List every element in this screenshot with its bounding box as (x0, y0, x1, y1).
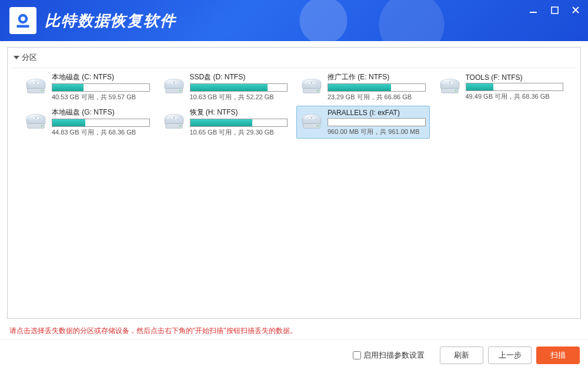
drive-usage-fill (328, 84, 391, 91)
disk-icon (300, 113, 323, 130)
drive-icon-wrap (300, 113, 323, 131)
drive-usage-fill (52, 84, 83, 91)
svg-point-44 (311, 117, 312, 119)
drive-name: 推广工作 (E: NTFS) (328, 72, 426, 82)
app-window: 比特数据恢复软件 分区 本地磁盘 (C: NTFS) (0, 0, 588, 370)
svg-point-10 (41, 90, 42, 91)
drive-usage-fill (466, 83, 493, 90)
svg-point-28 (455, 90, 456, 91)
scan-button[interactable]: 扫描 (536, 347, 580, 364)
drive-item[interactable]: PARALLELS (I: exFAT) 960.00 MB 可用，共 961.… (296, 106, 430, 139)
drive-info: 恢复 (H: NTFS) 10.65 GB 可用，共 29.30 GB (190, 107, 288, 137)
disk-icon (439, 78, 461, 95)
drive-info: 本地磁盘 (C: NTFS) 40.53 GB 可用，共 59.57 GB (52, 72, 150, 102)
drive-usage-bar (190, 83, 288, 92)
drive-info: 本地磁盘 (G: NTFS) 44.83 GB 可用，共 68.36 GB (52, 107, 150, 137)
drive-item[interactable]: 推广工作 (E: NTFS) 23.29 GB 可用，共 66.86 GB (296, 70, 430, 103)
drive-icon-wrap (25, 113, 47, 131)
drive-usage-bar (328, 83, 426, 92)
disk-icon (25, 113, 47, 130)
drive-status: 40.53 GB 可用，共 59.57 GB (52, 93, 150, 102)
prev-button[interactable]: 上一步 (488, 347, 532, 364)
svg-point-40 (179, 125, 181, 126)
drive-status: 49.49 GB 可用，共 68.36 GB (466, 92, 564, 101)
minimize-button[interactable] (527, 4, 540, 16)
close-button[interactable] (569, 4, 582, 16)
drive-status: 10.65 GB 可用，共 29.30 GB (190, 128, 288, 137)
drive-status: 44.83 GB 可用，共 68.36 GB (52, 128, 150, 137)
drive-usage-bar (328, 118, 426, 126)
drive-name: SSD盘 (D: NTFS) (190, 72, 288, 82)
section-header[interactable]: 分区 (8, 48, 580, 68)
svg-point-26 (449, 82, 450, 83)
drive-name: TOOLS (F: NTFS) (466, 73, 564, 82)
drive-info: SSD盘 (D: NTFS) 10.63 GB 可用，共 52.22 GB (190, 72, 288, 102)
drive-info: TOOLS (F: NTFS) 49.49 GB 可用，共 68.36 GB (466, 73, 564, 101)
camera-icon (14, 12, 32, 29)
svg-point-22 (317, 90, 318, 91)
drive-usage-bar (52, 83, 150, 92)
drive-usage-bar (52, 119, 150, 127)
app-logo (9, 7, 36, 34)
section-label: 分区 (22, 52, 37, 63)
drive-status: 23.29 GB 可用，共 66.86 GB (328, 93, 426, 102)
svg-rect-3 (530, 12, 537, 13)
drive-item[interactable]: 本地磁盘 (C: NTFS) 40.53 GB 可用，共 59.57 GB (21, 70, 154, 103)
drive-name: PARALLELS (I: exFAT) (328, 109, 426, 117)
drive-icon-wrap (163, 113, 185, 131)
minimize-icon (529, 6, 537, 14)
maximize-icon (551, 6, 559, 14)
drive-item[interactable]: SSD盘 (D: NTFS) 10.63 GB 可用，共 52.22 GB (159, 70, 292, 103)
svg-point-20 (311, 82, 312, 83)
svg-point-8 (35, 82, 36, 83)
svg-point-46 (317, 125, 318, 126)
disk-icon (25, 78, 47, 95)
drive-status: 960.00 MB 可用，共 961.00 MB (328, 127, 426, 136)
titlebar: 比特数据恢复软件 (0, 0, 588, 41)
drive-name: 本地磁盘 (G: NTFS) (52, 107, 150, 117)
maximize-button[interactable] (548, 4, 561, 16)
app-title: 比特数据恢复软件 (45, 11, 176, 31)
drive-usage-fill (52, 119, 85, 126)
footer: 启用扫描参数设置 刷新 上一步 扫描 (0, 339, 588, 370)
disk-icon (163, 113, 185, 130)
drive-icon-wrap (300, 78, 323, 96)
drive-info: 推广工作 (E: NTFS) 23.29 GB 可用，共 66.86 GB (328, 72, 426, 102)
drive-icon-wrap (163, 78, 185, 96)
svg-point-38 (173, 117, 175, 119)
svg-point-14 (173, 82, 175, 83)
drive-usage-fill (191, 119, 252, 126)
drive-usage-bar (190, 119, 288, 127)
enable-scan-params-checkbox[interactable]: 启用扫描参数设置 (353, 350, 425, 361)
checkbox-label: 启用扫描参数设置 (363, 350, 425, 361)
drive-icon-wrap (25, 78, 47, 96)
window-controls (527, 4, 582, 16)
drive-name: 本地磁盘 (C: NTFS) (52, 72, 150, 82)
drive-item[interactable]: 恢复 (H: NTFS) 10.65 GB 可用，共 29.30 GB (159, 106, 292, 139)
disk-icon (163, 78, 185, 95)
disk-icon (300, 78, 323, 95)
svg-point-1 (21, 16, 25, 21)
svg-rect-2 (17, 25, 29, 28)
svg-point-34 (41, 125, 42, 126)
drive-item[interactable]: TOOLS (F: NTFS) 49.49 GB 可用，共 68.36 GB (435, 70, 568, 103)
collapse-triangle-icon (14, 56, 19, 59)
drive-name: 恢复 (H: NTFS) (190, 107, 288, 117)
hint-text: 请点击选择丢失数据的分区或存储设备，然后点击右下角的"开始扫描"按钮扫描丢失的数… (0, 321, 588, 339)
drive-usage-fill (191, 84, 268, 91)
checkbox-input[interactable] (353, 351, 361, 359)
svg-point-16 (179, 90, 181, 91)
content-area: 分区 本地磁盘 (C: NTFS) 40.53 GB 可用，共 59.57 GB (7, 47, 581, 319)
drive-status: 10.63 GB 可用，共 52.22 GB (190, 93, 288, 102)
svg-rect-4 (552, 7, 558, 14)
close-icon (572, 6, 580, 14)
drive-info: PARALLELS (I: exFAT) 960.00 MB 可用，共 961.… (328, 109, 426, 136)
partition-grid: 本地磁盘 (C: NTFS) 40.53 GB 可用，共 59.57 GB SS… (12, 68, 576, 318)
drive-usage-bar (466, 83, 564, 91)
drive-icon-wrap (439, 78, 461, 96)
drive-item[interactable]: 本地磁盘 (G: NTFS) 44.83 GB 可用，共 68.36 GB (21, 106, 154, 139)
svg-point-32 (35, 117, 36, 119)
refresh-button[interactable]: 刷新 (440, 347, 483, 364)
